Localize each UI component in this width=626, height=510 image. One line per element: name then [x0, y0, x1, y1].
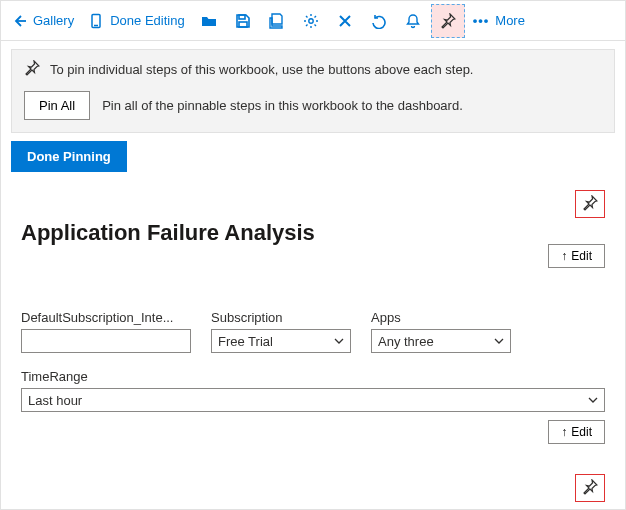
timerange-dropdown[interactable]: Last hour: [21, 388, 605, 412]
undo-icon: [371, 13, 387, 29]
svg-point-4: [308, 18, 312, 22]
dropdown-value: Free Trial: [218, 334, 273, 349]
alerts-button[interactable]: [397, 5, 429, 37]
step-pin-button-2[interactable]: [575, 474, 605, 502]
settings-button[interactable]: [295, 5, 327, 37]
cancel-button[interactable]: [329, 5, 361, 37]
save-as-button[interactable]: [261, 5, 293, 37]
default-subscription-dropdown[interactable]: [21, 329, 191, 353]
param-default-subscription: DefaultSubscription_Inte...: [21, 310, 191, 353]
pin-icon: [582, 479, 598, 498]
param-label: Subscription: [211, 310, 351, 325]
done-pinning-button[interactable]: Done Pinning: [11, 141, 127, 172]
pin-icon: [440, 13, 456, 29]
pin-banner-hint: To pin individual steps of this workbook…: [50, 62, 473, 77]
undo-button[interactable]: [363, 5, 395, 37]
folder-icon: [201, 13, 217, 29]
done-editing-button[interactable]: Done Editing: [82, 5, 190, 37]
back-gallery-button[interactable]: Gallery: [5, 5, 80, 37]
chevron-down-icon: [494, 336, 504, 346]
param-label: Apps: [371, 310, 511, 325]
pin-button-active-highlight: [431, 4, 465, 38]
open-button[interactable]: [193, 5, 225, 37]
step-pin-button-1[interactable]: [575, 190, 605, 218]
svg-rect-3: [239, 22, 247, 27]
more-button[interactable]: ••• More: [467, 5, 531, 37]
edit-step-button-2[interactable]: ↑ Edit: [548, 420, 605, 444]
pin-banner: To pin individual steps of this workbook…: [11, 49, 615, 133]
param-apps: Apps Any three: [371, 310, 511, 353]
gallery-label: Gallery: [33, 13, 74, 28]
pin-icon: [582, 195, 598, 214]
dropdown-value: Any three: [378, 334, 434, 349]
subscription-dropdown[interactable]: Free Trial: [211, 329, 351, 353]
edit-label: Edit: [571, 249, 592, 263]
arrow-left-icon: [11, 13, 27, 29]
apps-dropdown[interactable]: Any three: [371, 329, 511, 353]
parameters-block: DefaultSubscription_Inte... Subscription…: [21, 310, 605, 412]
arrow-up-icon: ↑: [561, 249, 567, 263]
pin-all-desc: Pin all of the pinnable steps in this wo…: [102, 98, 463, 113]
workbook-content: Application Failure Analysis ↑ Edit Defa…: [1, 172, 625, 510]
tablet-icon: [88, 13, 104, 29]
pin-banner-hint-row: To pin individual steps of this workbook…: [24, 60, 602, 79]
pin-banner-actions: Pin All Pin all of the pinnable steps in…: [24, 91, 602, 120]
pin-icon: [24, 60, 40, 79]
ellipsis-icon: •••: [473, 13, 490, 28]
svg-rect-2: [239, 15, 245, 19]
chevron-down-icon: [334, 336, 344, 346]
edit-label: Edit: [571, 425, 592, 439]
arrow-up-icon: ↑: [561, 425, 567, 439]
param-subscription: Subscription Free Trial: [211, 310, 351, 353]
page-title: Application Failure Analysis: [21, 220, 605, 246]
chevron-down-icon: [588, 395, 598, 405]
close-icon: [337, 13, 353, 29]
app-frame: Gallery Done Editing: [0, 0, 626, 510]
param-label: DefaultSubscription_Inte...: [21, 310, 191, 325]
param-timerange: TimeRange Last hour: [21, 369, 605, 412]
more-label: More: [495, 13, 525, 28]
pin-all-button[interactable]: Pin All: [24, 91, 90, 120]
dropdown-value: Last hour: [28, 393, 82, 408]
toolbar: Gallery Done Editing: [1, 1, 625, 41]
save-icon: [235, 13, 251, 29]
done-editing-label: Done Editing: [110, 13, 184, 28]
bell-icon: [405, 13, 421, 29]
edit-step-button-1[interactable]: ↑ Edit: [548, 244, 605, 268]
save-button[interactable]: [227, 5, 259, 37]
gear-icon: [303, 13, 319, 29]
param-label: TimeRange: [21, 369, 605, 384]
save-copy-icon: [269, 13, 285, 29]
pin-toolbar-button[interactable]: [440, 5, 456, 37]
